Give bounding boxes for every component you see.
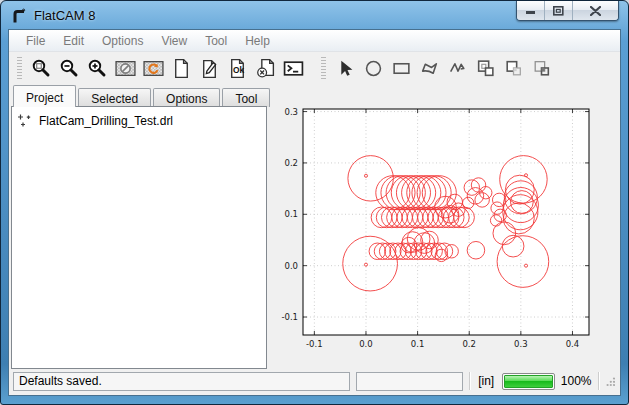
progress-percent-label: 100% bbox=[561, 374, 592, 388]
new-project-button[interactable] bbox=[167, 55, 195, 83]
svg-text:0.3: 0.3 bbox=[284, 107, 298, 117]
draw-rectangle-button[interactable] bbox=[387, 55, 415, 83]
plot-panel[interactable]: -0.10.00.10.20.30.4-0.10.00.10.20.3 bbox=[267, 107, 618, 369]
menu-bar: File Edit Options View Tool Help bbox=[9, 30, 620, 52]
app-window: FlatCAM 8 File Edit Options View Tool He… bbox=[0, 0, 629, 405]
clear-plot-button[interactable] bbox=[111, 55, 139, 83]
minimize-icon bbox=[526, 6, 536, 15]
flatcam-logo-icon bbox=[11, 7, 27, 23]
menu-view[interactable]: View bbox=[152, 31, 196, 51]
statusbar-separator-2 bbox=[598, 372, 599, 390]
draw-circle-icon bbox=[363, 58, 384, 79]
svg-text:0.0: 0.0 bbox=[284, 261, 298, 271]
close-button[interactable] bbox=[573, 1, 618, 20]
status-bar: Defaults saved. [in] 100% bbox=[9, 369, 620, 395]
zoom-out-icon bbox=[59, 58, 80, 79]
select-tool-button[interactable] bbox=[331, 55, 359, 83]
plot-svg[interactable]: -0.10.00.10.20.30.4-0.10.00.10.20.3 bbox=[267, 107, 619, 359]
window-controls bbox=[516, 1, 619, 21]
tab-options[interactable]: Options bbox=[153, 88, 220, 107]
tree-item-label: FlatCam_Drilling_Test.drl bbox=[39, 114, 173, 128]
menu-tool[interactable]: Tool bbox=[196, 31, 236, 51]
svg-text:0.4: 0.4 bbox=[566, 339, 580, 349]
draw-path-button[interactable] bbox=[443, 55, 471, 83]
zoom-in-icon bbox=[87, 58, 108, 79]
draw-polygon-icon bbox=[419, 58, 440, 79]
tree-item-drill-object[interactable]: FlatCam_Drilling_Test.drl bbox=[12, 107, 266, 129]
window-title: FlatCAM 8 bbox=[34, 8, 95, 23]
new-project-icon bbox=[171, 58, 192, 79]
coordinates-field bbox=[356, 372, 464, 391]
draw-rectangle-icon bbox=[391, 58, 412, 79]
title-bar[interactable]: FlatCAM 8 bbox=[1, 1, 628, 29]
tab-selected[interactable]: Selected bbox=[78, 88, 151, 107]
zoom-fit-icon bbox=[31, 58, 52, 79]
svg-text:0.2: 0.2 bbox=[462, 339, 476, 349]
polygon-subtract-icon bbox=[503, 58, 524, 79]
svg-text:-0.1: -0.1 bbox=[306, 339, 323, 349]
draw-circle-button[interactable] bbox=[359, 55, 387, 83]
draw-polygon-button[interactable] bbox=[415, 55, 443, 83]
close-icon bbox=[590, 6, 601, 16]
toolbar-grip[interactable] bbox=[17, 57, 22, 81]
minimize-button[interactable] bbox=[517, 1, 545, 20]
replot-button[interactable] bbox=[139, 55, 167, 83]
svg-text:Ok: Ok bbox=[232, 65, 244, 75]
client-area: File Edit Options View Tool Help bbox=[8, 29, 621, 396]
maximize-button[interactable] bbox=[545, 1, 573, 20]
drill-object-icon bbox=[17, 113, 33, 129]
main-area: FlatCam_Drilling_Test.drl -0.10.00.10.20… bbox=[9, 107, 620, 369]
svg-text:0.0: 0.0 bbox=[359, 339, 373, 349]
cancel-edit-button[interactable] bbox=[251, 55, 279, 83]
polygon-union-button[interactable] bbox=[471, 55, 499, 83]
tool-bar: Ok bbox=[9, 52, 620, 85]
ok-edit-icon: Ok bbox=[227, 58, 248, 79]
progress-fill bbox=[504, 375, 553, 388]
zoom-out-button[interactable] bbox=[55, 55, 83, 83]
svg-text:0.2: 0.2 bbox=[284, 158, 298, 168]
replot-icon bbox=[143, 58, 164, 79]
shell-button[interactable] bbox=[279, 55, 307, 83]
project-tree-panel[interactable]: FlatCam_Drilling_Test.drl bbox=[11, 106, 267, 369]
menu-options[interactable]: Options bbox=[93, 31, 152, 51]
notebook-tabs: Project Selected Options Tool bbox=[9, 85, 620, 107]
draw-path-icon bbox=[447, 58, 468, 79]
svg-text:0.1: 0.1 bbox=[284, 209, 298, 219]
polygon-subtract-button[interactable] bbox=[499, 55, 527, 83]
polygon-union-icon bbox=[475, 58, 496, 79]
menu-help[interactable]: Help bbox=[236, 31, 279, 51]
zoom-fit-button[interactable] bbox=[27, 55, 55, 83]
clear-plot-icon bbox=[115, 58, 136, 79]
svg-text:0.1: 0.1 bbox=[411, 339, 425, 349]
tab-tool[interactable]: Tool bbox=[222, 88, 270, 107]
ok-edit-button[interactable]: Ok bbox=[223, 55, 251, 83]
status-message: Defaults saved. bbox=[13, 372, 350, 391]
polygon-intersect-button[interactable] bbox=[527, 55, 555, 83]
tab-project[interactable]: Project bbox=[13, 85, 76, 107]
shell-icon bbox=[283, 58, 304, 79]
menu-file[interactable]: File bbox=[17, 31, 54, 51]
svg-text:-0.1: -0.1 bbox=[281, 312, 298, 322]
edit-geometry-button[interactable] bbox=[195, 55, 223, 83]
units-label: [in] bbox=[476, 374, 496, 388]
menu-edit[interactable]: Edit bbox=[54, 31, 93, 51]
maximize-icon bbox=[553, 6, 564, 16]
toolbar-grip-2[interactable] bbox=[321, 57, 326, 81]
polygon-intersect-icon bbox=[531, 58, 552, 79]
cancel-edit-icon bbox=[255, 58, 276, 79]
select-tool-icon bbox=[335, 58, 356, 79]
progress-bar bbox=[502, 373, 555, 390]
zoom-in-button[interactable] bbox=[83, 55, 111, 83]
statusbar-separator bbox=[469, 372, 470, 390]
edit-geometry-icon bbox=[199, 58, 220, 79]
resize-grip-icon[interactable] bbox=[605, 376, 616, 387]
svg-text:0.3: 0.3 bbox=[514, 339, 528, 349]
